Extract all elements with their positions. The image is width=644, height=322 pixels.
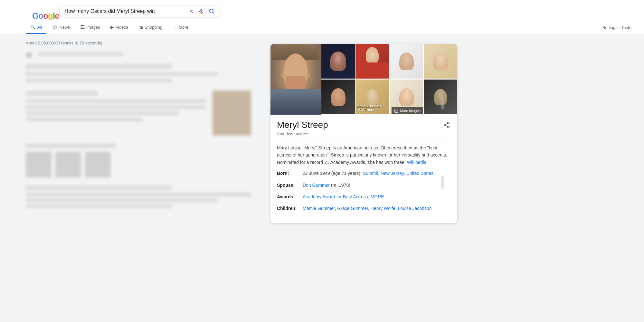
kp-image-4[interactable] (390, 44, 423, 79)
settings-tools: Settings Tools (602, 25, 638, 30)
kp-description: Mary Louise "Meryl" Streep is an America… (277, 144, 451, 166)
knowledge-panel: E EVOLUTION OF RYL STREEP More images (270, 44, 457, 223)
more-tab-icon: ⋮ (173, 24, 177, 30)
kp-main-image[interactable] (270, 44, 321, 115)
kp-title-row: Meryl Streep (277, 120, 451, 130)
thumb-1 (26, 152, 52, 177)
born-value: 22 June 1949 (age 71 years), Summit, New… (303, 170, 433, 177)
kp-images-grid: E EVOLUTION OF RYL STREEP More images (270, 44, 457, 115)
kp-awards-row: Awards: Academy Award for Best Actress, … (277, 193, 451, 200)
tab-videos-label: Videos (116, 25, 128, 30)
search-box (59, 5, 220, 17)
result-1-snippet-2 (26, 78, 172, 83)
settings-link[interactable]: Settings (602, 25, 618, 30)
tab-news[interactable]: 📰 News (48, 21, 74, 34)
wikipedia-link[interactable]: Wikipedia (407, 160, 427, 165)
born-location-link[interactable]: Summit, New Jersey, United States (363, 171, 433, 176)
search-input[interactable] (65, 8, 186, 14)
logo-o1: o (38, 11, 43, 21)
tab-images-label: Images (86, 25, 100, 30)
images-tab-icon: 🖼 (80, 24, 85, 30)
search-result-1 (26, 52, 251, 83)
search-icons (188, 8, 215, 14)
snippet-line-4 (26, 117, 143, 122)
kp-image-evolution[interactable]: E EVOLUTION OF RYL STREEP (355, 80, 389, 114)
tools-link[interactable]: Tools (621, 25, 631, 30)
search-header: Google (0, 0, 644, 34)
left-results: About 2,85,00,000 results (0.79 seconds) (26, 41, 251, 223)
tab-more[interactable]: ⋮ More (168, 21, 193, 34)
kp-body: Meryl Streep American actress Mary Louis… (270, 115, 457, 223)
kp-divider-1 (277, 140, 451, 140)
thumb-3 (85, 152, 111, 177)
child-link-4[interactable]: Louisa Jacobson (398, 206, 431, 211)
search-result-2 (26, 185, 251, 208)
awards-label: Awards: (277, 193, 303, 200)
svg-point-6 (396, 110, 396, 110)
more-images-button[interactable]: More images (392, 107, 423, 114)
news-tab-icon: 📰 (52, 24, 58, 30)
awards-link-more[interactable]: MORE (371, 194, 384, 199)
spouse-link[interactable]: Don Gummer (303, 183, 330, 188)
kp-image-3[interactable] (355, 44, 389, 79)
awards-link-1[interactable]: Academy Award for Best Actress (303, 194, 368, 199)
main-face-image (270, 44, 321, 115)
image-thumbnails (26, 152, 251, 177)
clear-button[interactable] (188, 8, 194, 14)
children-value: Mamie Gummer, Grace Gummer, Henry Wolfe,… (303, 205, 431, 212)
search-bar-row: Google (6, 5, 638, 17)
results-count: About 2,85,00,000 results (0.79 seconds) (26, 41, 251, 45)
logo-e: e (55, 11, 59, 21)
result-2-snippet-3 (26, 204, 172, 208)
image-results-row (26, 143, 251, 177)
snippet-line-3 (26, 111, 179, 116)
snippet-line-1 (26, 99, 206, 103)
tab-news-label: News (59, 25, 70, 30)
spouse-value: Don Gummer (m. 1978) (303, 182, 350, 189)
search-icon (208, 8, 215, 14)
search-submit-button[interactable] (208, 8, 215, 14)
svg-line-4 (213, 13, 214, 14)
snippet-line-2 (26, 105, 206, 109)
kp-image-5[interactable] (424, 44, 457, 79)
result-2-snippet-2 (26, 198, 217, 203)
kp-image-2[interactable] (321, 44, 355, 79)
child-link-1[interactable]: Mamie Gummer (303, 206, 335, 211)
child-link-3[interactable]: Henry Wolfe (371, 206, 395, 211)
result-2-snippet-1 (26, 192, 251, 197)
main-content: About 2,85,00,000 results (0.79 seconds) (0, 34, 644, 223)
kp-image-7[interactable]: More images (390, 80, 423, 114)
nav-row: 🔍 All 📰 News 🖼 Images ▶ Videos 🛍 Shoppin… (6, 21, 638, 34)
svg-point-7 (448, 122, 450, 124)
snippet-title (26, 90, 98, 96)
image-icon (394, 109, 399, 113)
logo-o2: o (43, 11, 48, 21)
scroll-indicators (441, 97, 444, 189)
result-1-url (38, 52, 123, 56)
google-logo: Google (32, 11, 59, 21)
kp-subtitle: American actress (277, 131, 451, 136)
tab-shopping[interactable]: 🛍 Shopping (134, 21, 167, 34)
svg-rect-0 (200, 9, 202, 12)
tab-videos[interactable]: ▶ Videos (106, 21, 133, 34)
kp-children-row: Children: Mamie Gummer, Grace Gummer, He… (277, 205, 451, 212)
scroll-bar-1 (441, 97, 444, 109)
videos-tab-icon: ▶ (110, 24, 114, 30)
tab-shopping-label: Shopping (145, 25, 162, 30)
search-tab-icon: 🔍 (30, 24, 36, 30)
scroll-bar-2 (441, 176, 444, 189)
evolution-label: E EVOLUTION OF RYL STREEP (357, 105, 381, 112)
result-1-title (26, 63, 172, 69)
tab-images[interactable]: 🖼 Images (76, 21, 105, 34)
microphone-icon (198, 8, 204, 14)
kp-image-6[interactable] (321, 80, 355, 114)
tab-all[interactable]: 🔍 All (26, 21, 46, 34)
logo-g2: g (48, 11, 53, 21)
kp-image-8[interactable] (424, 80, 457, 114)
close-icon (188, 8, 194, 14)
voice-search-button[interactable] (198, 8, 204, 14)
tab-more-label: More (179, 25, 188, 30)
tab-all-label: All (37, 25, 42, 30)
child-link-2[interactable]: Grace Gummer (337, 206, 368, 211)
snippet-text (26, 90, 206, 124)
